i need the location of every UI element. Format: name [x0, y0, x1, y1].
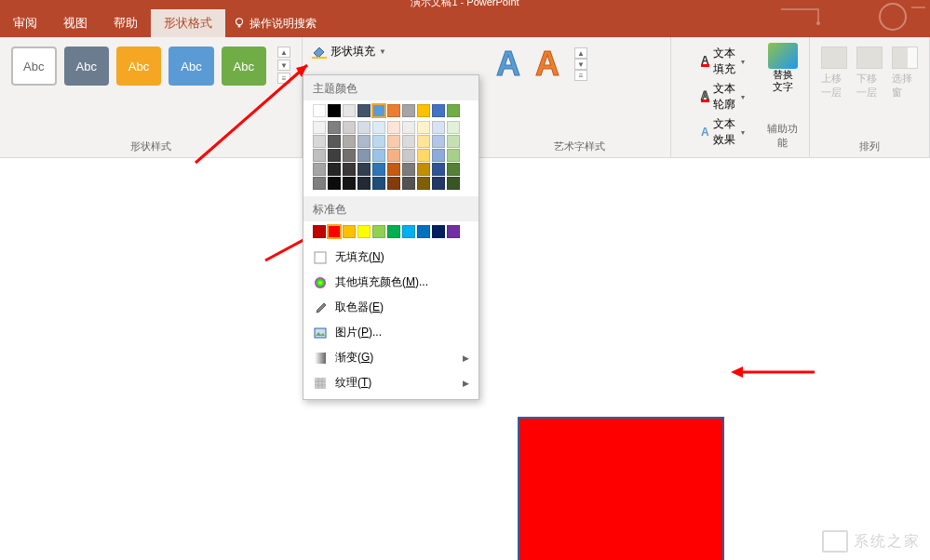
shape-style-4[interactable]: Abc	[168, 47, 213, 86]
shape-style-3[interactable]: Abc	[116, 47, 161, 86]
color-swatch[interactable]	[372, 163, 385, 176]
more-colors-option[interactable]: 其他填充颜色(M)...	[303, 270, 478, 295]
gallery-down-icon[interactable]: ▼	[277, 60, 290, 71]
color-swatch[interactable]	[343, 163, 356, 176]
color-swatch[interactable]	[313, 163, 326, 176]
color-swatch[interactable]	[357, 135, 371, 148]
color-swatch[interactable]	[343, 149, 356, 162]
picture-option[interactable]: 图片(P)...	[303, 320, 478, 345]
color-swatch[interactable]	[417, 225, 430, 238]
color-swatch[interactable]	[343, 121, 356, 134]
color-swatch[interactable]	[313, 149, 326, 162]
color-swatch[interactable]	[447, 177, 460, 190]
wordart-style-1[interactable]: A	[496, 45, 520, 84]
color-swatch[interactable]	[387, 177, 400, 190]
texture-option[interactable]: 纹理(T) ▶	[303, 370, 478, 395]
shape-style-2[interactable]: Abc	[64, 47, 109, 86]
color-swatch[interactable]	[432, 104, 445, 117]
color-swatch[interactable]	[328, 177, 341, 190]
color-swatch[interactable]	[402, 149, 415, 162]
color-swatch[interactable]	[328, 225, 341, 238]
color-swatch[interactable]	[387, 163, 400, 176]
eyedropper-option[interactable]: 取色器(E)	[303, 295, 478, 320]
color-swatch[interactable]	[417, 163, 430, 176]
text-outline-button[interactable]: A文本轮廓▾	[697, 80, 748, 113]
color-swatch[interactable]	[447, 135, 460, 148]
color-swatch[interactable]	[372, 104, 385, 117]
send-backward-button[interactable]: 下移一层	[856, 47, 883, 100]
color-swatch[interactable]	[417, 177, 430, 190]
color-swatch[interactable]	[343, 104, 356, 117]
color-swatch[interactable]	[447, 149, 460, 162]
color-swatch[interactable]	[372, 121, 385, 134]
color-swatch[interactable]	[402, 177, 415, 190]
wordart-style-2[interactable]: A	[535, 45, 559, 84]
gradient-option[interactable]: 渐变(G) ▶	[303, 345, 478, 370]
color-swatch[interactable]	[387, 225, 400, 238]
shape-fill-button[interactable]: 形状填充 ▼	[305, 41, 393, 62]
text-effects-button[interactable]: A文本效果▾	[697, 115, 748, 149]
color-swatch[interactable]	[328, 149, 341, 162]
color-swatch[interactable]	[357, 225, 371, 238]
tab-view[interactable]: 视图	[50, 9, 101, 37]
color-swatch[interactable]	[313, 225, 326, 238]
gallery-more-icon[interactable]: ≡	[277, 73, 290, 84]
color-swatch[interactable]	[417, 135, 430, 148]
color-swatch[interactable]	[343, 177, 356, 190]
color-swatch[interactable]	[447, 104, 460, 117]
wordart-up-icon[interactable]: ▲	[574, 47, 587, 59]
tab-shape-format[interactable]: 形状格式	[151, 9, 225, 37]
color-swatch[interactable]	[357, 177, 371, 190]
no-fill-option[interactable]: 无填充(N)	[303, 245, 478, 270]
gallery-up-icon[interactable]: ▲	[277, 47, 290, 58]
text-fill-button[interactable]: A文本填充▾	[697, 45, 748, 78]
color-swatch[interactable]	[313, 177, 326, 190]
color-swatch[interactable]	[357, 104, 371, 117]
selection-pane-button[interactable]: 选择窗	[892, 47, 918, 100]
color-swatch[interactable]	[447, 121, 460, 134]
color-swatch[interactable]	[343, 225, 356, 238]
tab-review[interactable]: 审阅	[0, 9, 50, 37]
color-swatch[interactable]	[313, 135, 326, 148]
color-swatch[interactable]	[328, 121, 341, 134]
color-swatch[interactable]	[417, 121, 430, 134]
color-swatch[interactable]	[417, 149, 430, 162]
color-swatch[interactable]	[432, 121, 445, 134]
color-swatch[interactable]	[447, 225, 460, 238]
color-swatch[interactable]	[402, 135, 415, 148]
color-swatch[interactable]	[432, 225, 445, 238]
color-swatch[interactable]	[313, 104, 326, 117]
color-swatch[interactable]	[447, 163, 460, 176]
color-swatch[interactable]	[417, 104, 430, 117]
color-swatch[interactable]	[357, 149, 371, 162]
replace-text-button[interactable]: 替换文字	[768, 69, 798, 93]
wordart-more-icon[interactable]: ≡	[574, 70, 587, 81]
color-swatch[interactable]	[357, 121, 371, 134]
color-swatch[interactable]	[432, 163, 445, 176]
bring-forward-button[interactable]: 上移一层	[821, 47, 847, 100]
color-swatch[interactable]	[387, 135, 400, 148]
color-swatch[interactable]	[328, 163, 341, 176]
color-swatch[interactable]	[372, 149, 385, 162]
color-swatch[interactable]	[432, 149, 445, 162]
color-swatch[interactable]	[328, 135, 341, 148]
color-swatch[interactable]	[432, 177, 445, 190]
color-swatch[interactable]	[387, 104, 400, 117]
color-swatch[interactable]	[357, 163, 371, 176]
color-swatch[interactable]	[313, 121, 326, 134]
rectangle-shape[interactable]	[518, 417, 724, 560]
wordart-down-icon[interactable]: ▼	[574, 59, 587, 70]
color-swatch[interactable]	[372, 135, 385, 148]
tell-me-search[interactable]: 操作说明搜索	[233, 16, 317, 32]
color-swatch[interactable]	[372, 225, 385, 238]
color-swatch[interactable]	[387, 149, 400, 162]
color-swatch[interactable]	[343, 135, 356, 148]
color-swatch[interactable]	[387, 121, 400, 134]
shape-style-1[interactable]: Abc	[11, 47, 57, 86]
shape-style-5[interactable]: Abc	[222, 47, 266, 86]
color-swatch[interactable]	[432, 135, 445, 148]
color-swatch[interactable]	[402, 104, 415, 117]
color-swatch[interactable]	[402, 225, 415, 238]
alt-text-icon[interactable]	[768, 43, 798, 69]
color-swatch[interactable]	[402, 163, 415, 176]
